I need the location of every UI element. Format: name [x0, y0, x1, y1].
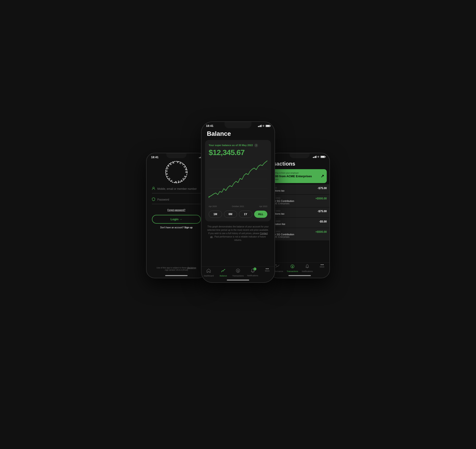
chart-icon — [221, 268, 226, 274]
balance-screen: Balance Your super balance as of 30 May … — [201, 128, 275, 282]
nav-more-right[interactable]: More — [317, 264, 328, 272]
balance-amount: $12,345.67 — [209, 148, 267, 157]
period-all[interactable]: ALL — [254, 211, 268, 218]
more-icon — [266, 268, 269, 269]
transaction-item[interactable]: ary 2022 yer SG Contribution CME Enterpr… — [270, 228, 329, 240]
period-1m[interactable]: 1M — [209, 211, 222, 218]
balance-header: Balance — [201, 128, 275, 140]
performance-icon — [275, 264, 279, 269]
bottom-nav-right: Performance $ Transactions — [270, 262, 329, 274]
nav-more-right-label: More — [320, 266, 324, 268]
notch-left — [166, 153, 187, 158]
screen-balance: 18:41 ⊙ Balance — [201, 122, 275, 282]
chart-axis: Apr 2020 October 2021 Apr 2022 — [209, 204, 267, 208]
featured-desc: 00 from ACME Enterprises — [275, 174, 321, 178]
battery-icon-center — [266, 125, 270, 127]
username-row — [152, 184, 201, 193]
password-row — [152, 195, 201, 204]
home-indicator-left — [165, 275, 187, 276]
login-button[interactable]: Login → — [152, 215, 201, 224]
featured-time: ago — [275, 178, 321, 180]
nav-trans-label: Transactions — [287, 270, 298, 272]
nav-more[interactable]: More — [261, 268, 273, 277]
nav-dashboard-label: Dashboard — [204, 275, 214, 277]
status-time-left: 18:41 — [151, 156, 159, 159]
username-input[interactable] — [157, 187, 201, 191]
wifi-icon-center: ⊙ — [262, 124, 264, 127]
featured-transaction-card[interactable]: Pay in from your employer 00 from ACME E… — [272, 169, 327, 183]
nav-transactions[interactable]: $ Transactions — [232, 268, 244, 277]
nav-notifications-right[interactable]: Notifications — [302, 264, 313, 272]
svg-rect-8 — [221, 268, 226, 273]
house-icon — [206, 268, 211, 274]
svg-text:SUPER FUTURE SUPER FUTURE: SUPER FUTURE SUPER FUTURE — [164, 160, 187, 183]
dollar-icon: $ — [290, 264, 295, 269]
balance-page-title: Balance — [207, 130, 269, 137]
notification-badge-container: 1 — [250, 268, 255, 274]
login-screen: SUPER FUTURE SUPER FUTURE — [147, 160, 206, 278]
password-input[interactable] — [157, 198, 201, 201]
svg-rect-11 — [276, 265, 276, 265]
bottom-nav-center: Dashboard Balance — [201, 266, 275, 279]
nav-notifications-label: Notifications — [247, 275, 258, 277]
balance-date: as of 30 May 2022 — [232, 144, 254, 146]
nav-notifications-right-label: Notifications — [302, 270, 313, 272]
svg-text:$: $ — [237, 269, 239, 272]
shield-icon — [152, 197, 155, 202]
nav-balance[interactable]: Balance — [218, 268, 229, 277]
signal-icon-right — [313, 156, 317, 158]
transaction-item[interactable]: 2022 butions tax -$75.00 — [270, 184, 329, 194]
home-indicator-right — [289, 275, 311, 276]
nav-trans-active[interactable]: $ Transactions — [287, 264, 298, 272]
period-6m[interactable]: 6M — [224, 211, 237, 218]
transactions-header: sactions — [270, 159, 329, 169]
transaction-item[interactable]: ary 2022 yer SG Contribution CME Enterpr… — [270, 195, 329, 207]
logo-ring: SUPER FUTURE SUPER FUTURE — [164, 160, 189, 184]
phone-login: 18:41 SUPER FUTURE SUPER FUTUR — [146, 153, 207, 278]
status-icons-center: ⊙ — [258, 124, 270, 127]
battery-icon-right — [320, 156, 325, 158]
disclaimer-text: Use of this app is subject to these disc… — [156, 267, 196, 271]
phone-transactions: ⊙ sactions Pay in from your employer 00 … — [269, 153, 330, 278]
featured-arrow-icon: ↗ — [321, 174, 324, 179]
bell-icon-right — [305, 264, 309, 269]
nav-dashboard[interactable]: Dashboard — [203, 268, 214, 277]
transactions-title: sactions — [273, 161, 326, 167]
more-icon-right — [321, 264, 324, 265]
transactions-screen: sactions Pay in from your employer 00 fr… — [270, 159, 329, 278]
notch-center — [225, 122, 251, 128]
dollar-circle-icon: $ — [236, 268, 240, 274]
app-scene: 18:41 SUPER FUTURE SUPER FUTUR — [146, 121, 330, 328]
status-time-center: 18:41 — [206, 124, 213, 128]
transaction-item[interactable]: ary 2022 butions tax -$75.00 — [270, 208, 329, 217]
forgot-password-link[interactable]: Forgot password? — [167, 208, 185, 212]
transactions-list: 2022 butions tax -$75.00 ary 2022 yer SG… — [270, 184, 329, 262]
nav-balance-label: Balance — [220, 275, 227, 277]
notification-badge: 1 — [254, 268, 256, 270]
nav-more-label: More — [265, 270, 270, 272]
user-icon — [152, 187, 155, 191]
info-icon[interactable]: ? — [254, 144, 258, 147]
screen-transactions: ⊙ sactions Pay in from your employer 00 … — [270, 153, 329, 278]
notch-right — [289, 153, 310, 158]
chart-label-start: Apr 2020 — [209, 205, 217, 208]
status-icons-right: ⊙ — [313, 156, 325, 158]
svg-text:$: $ — [292, 265, 293, 268]
login-form — [152, 184, 201, 206]
screen-login: 18:41 SUPER FUTURE SUPER FUTUR — [147, 153, 206, 278]
balance-chart — [209, 160, 267, 204]
period-1y[interactable]: 1Y — [239, 211, 252, 218]
signal-icon-center — [258, 125, 262, 127]
chart-label-end: Apr 2022 — [259, 205, 267, 208]
chart-label-mid: October 2021 — [232, 205, 244, 208]
balance-disclaimer: This graph demonstrates the balance of y… — [201, 221, 275, 245]
balance-label: Your super balance as of 30 May 2022 ? — [209, 144, 267, 147]
featured-type: Pay in from your employer — [275, 172, 321, 174]
transaction-item[interactable]: ary 2022 istration fee -$5.00 — [270, 218, 329, 228]
nav-notifications[interactable]: 1 Notifications — [247, 268, 258, 277]
wifi-icon-right: ⊙ — [317, 156, 319, 158]
period-buttons: 1M 6M 1Y ALL — [209, 211, 267, 218]
signup-text: Don't have an account? Sign up — [160, 226, 193, 229]
balance-card: Your super balance as of 30 May 2022 ? $… — [205, 140, 271, 221]
home-indicator-center — [227, 280, 249, 281]
